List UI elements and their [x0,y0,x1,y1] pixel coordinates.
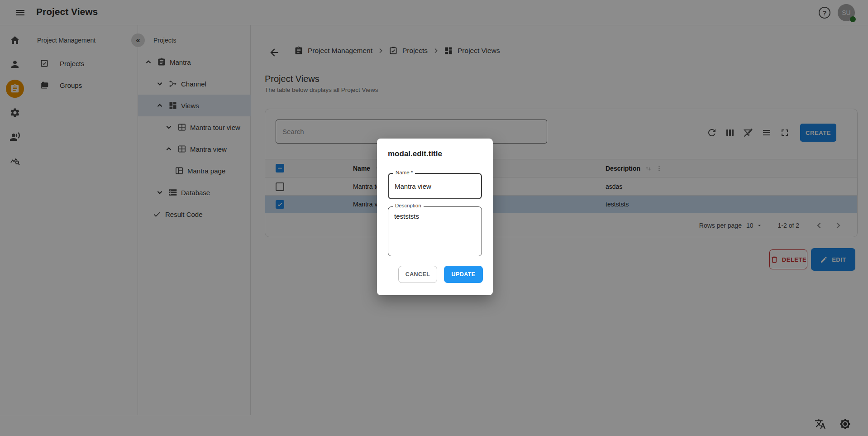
description-field: Description testststs [388,206,482,256]
description-field-label: Description [393,203,424,208]
name-field-label: Name * [393,170,415,175]
edit-modal: modal.edit.title Name * Description test… [377,139,493,295]
modal-title: modal.edit.title [388,149,442,158]
update-button[interactable]: UPDATE [444,266,483,283]
cancel-button[interactable]: CANCEL [398,266,437,283]
description-input[interactable]: testststs [388,207,482,256]
app-screen: Project Views ? SU Project Management [0,0,868,436]
name-input[interactable] [389,174,481,198]
modal-actions: CANCEL UPDATE [398,266,483,283]
name-field: Name * [388,173,482,199]
